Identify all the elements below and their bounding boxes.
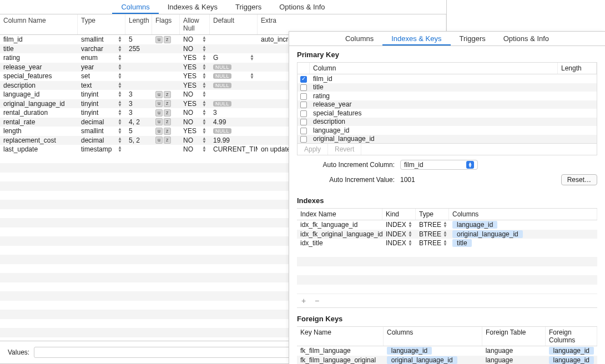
column-length[interactable]: 3 (125, 109, 152, 117)
col-header-flags[interactable]: Flags (152, 14, 180, 34)
column-length[interactable]: 3 (125, 100, 152, 108)
index-type[interactable]: BTREE (416, 230, 449, 238)
col-header-length[interactable]: Length (125, 14, 152, 34)
column-type[interactable]: smallint (78, 36, 125, 43)
column-length[interactable]: 3 (125, 90, 152, 98)
column-type[interactable]: varchar (78, 45, 125, 53)
col-header-name[interactable]: Column Name (0, 14, 78, 34)
index-kind[interactable]: INDEX (382, 239, 416, 247)
column-type[interactable]: tinyint (78, 100, 125, 108)
fk-header-name[interactable]: Key Name (297, 327, 384, 346)
index-row[interactable]: idx_fk_original_language_idINDEXBTREEori… (297, 230, 597, 239)
fk-foreign-columns[interactable]: language_id (546, 356, 597, 364)
column-type[interactable]: decimal (78, 118, 125, 126)
column-length[interactable]: 255 (125, 45, 152, 53)
fk-columns[interactable]: original_language_id (384, 356, 482, 364)
column-default[interactable]: 4.99 (210, 118, 258, 126)
checkbox[interactable] (300, 110, 307, 117)
pk-row[interactable]: description (298, 118, 597, 127)
column-flags[interactable]: uz (152, 100, 180, 107)
pk-row[interactable]: film_id (298, 74, 597, 83)
fk-row[interactable]: fk_film_language_originaloriginal_langua… (297, 356, 597, 365)
column-allownull[interactable]: NO (180, 109, 210, 117)
column-allownull[interactable]: NO (180, 136, 210, 144)
column-flags[interactable]: uz (152, 118, 180, 125)
fk-header-ft[interactable]: Foreign Table (482, 327, 546, 346)
checkbox[interactable] (300, 136, 307, 143)
index-row[interactable]: idx_fk_language_idINDEXBTREElanguage_id (297, 220, 597, 230)
fk-header-cols[interactable]: Columns (384, 327, 482, 346)
checkbox[interactable] (300, 119, 307, 125)
checkbox[interactable] (300, 84, 307, 91)
column-allownull[interactable]: YES (180, 127, 210, 135)
column-allownull[interactable]: YES (180, 54, 210, 62)
column-type[interactable]: enum (78, 54, 125, 62)
col-header-allownull[interactable]: Allow Null (180, 14, 210, 34)
column-type[interactable]: decimal (78, 136, 125, 144)
checkbox[interactable] (300, 76, 307, 83)
column-type[interactable]: year (78, 63, 125, 71)
col-header-default[interactable]: Default (210, 14, 258, 34)
pk-header-column[interactable]: Column (310, 63, 558, 74)
column-allownull[interactable]: NO (180, 118, 210, 126)
tab-columns[interactable]: Columns (336, 32, 382, 46)
index-row[interactable]: idx_titleINDEXBTREEtitle (297, 239, 597, 248)
column-flags[interactable]: uz (152, 128, 180, 135)
column-flags[interactable]: uz (152, 136, 180, 144)
column-type[interactable]: smallint (78, 127, 125, 135)
reset-button[interactable]: Reset… (561, 174, 597, 185)
index-type[interactable]: BTREE (416, 221, 449, 229)
column-allownull[interactable]: YES (180, 82, 210, 89)
column-allownull[interactable]: NO (180, 45, 210, 53)
column-default[interactable]: NULL (210, 73, 258, 79)
column-allownull[interactable]: YES (180, 72, 210, 80)
column-type[interactable]: tinyint (78, 90, 125, 98)
tab-indexes-keys[interactable]: Indexes & Keys (159, 0, 226, 14)
column-length[interactable]: 5 (125, 36, 152, 43)
index-kind[interactable]: INDEX (382, 221, 416, 229)
column-default[interactable]: G (210, 54, 258, 62)
col-header-type[interactable]: Type (78, 14, 125, 34)
column-length[interactable]: 5 (125, 127, 152, 135)
fk-header-fc[interactable]: Foreign Columns (546, 327, 597, 346)
pk-row[interactable]: release_year (298, 100, 597, 109)
autoinc-col-select[interactable]: film_id (400, 160, 478, 170)
column-default[interactable]: CURRENT_TIMESTAMP (210, 145, 258, 153)
fk-foreign-columns[interactable]: language_id (546, 347, 597, 355)
column-type[interactable]: tinyint (78, 109, 125, 117)
idx-header-name[interactable]: Index Name (297, 209, 382, 220)
pk-row[interactable]: title (298, 83, 597, 92)
checkbox[interactable] (300, 93, 307, 100)
column-flags[interactable]: uz (152, 36, 180, 43)
pk-row[interactable]: original_language_id (298, 135, 597, 144)
pk-row[interactable]: rating (298, 92, 597, 100)
column-allownull[interactable]: YES (180, 63, 210, 71)
column-type[interactable]: timestamp (78, 145, 125, 153)
fk-row[interactable]: fk_film_languagelanguage_idlanguagelangu… (297, 346, 597, 356)
column-default[interactable]: NULL (210, 64, 258, 70)
indexes-add-remove[interactable]: + − (297, 294, 597, 307)
column-allownull[interactable]: YES (180, 100, 210, 108)
column-default[interactable]: 3 (210, 109, 258, 117)
column-length[interactable]: 5, 2 (125, 136, 152, 144)
index-columns[interactable]: original_language_id (449, 230, 597, 238)
column-default[interactable]: NULL (210, 101, 258, 107)
pk-row[interactable]: language_id (298, 126, 597, 135)
column-default[interactable]: NULL (210, 128, 258, 134)
tab-columns[interactable]: Columns (112, 0, 158, 14)
column-flags[interactable]: uz (152, 91, 180, 98)
tab-indexes-keys[interactable]: Indexes & Keys (382, 32, 450, 46)
index-columns[interactable]: title (449, 239, 597, 247)
column-default[interactable]: NULL (210, 83, 258, 88)
column-allownull[interactable]: NO (180, 90, 210, 98)
revert-button[interactable]: Revert (328, 144, 361, 155)
tab-triggers[interactable]: Triggers (451, 32, 495, 46)
index-kind[interactable]: INDEX (382, 230, 416, 238)
checkbox[interactable] (300, 128, 307, 134)
idx-header-cols[interactable]: Columns (449, 209, 597, 220)
column-length[interactable]: 4, 2 (125, 118, 152, 126)
index-columns[interactable]: language_id (449, 221, 597, 229)
index-type[interactable]: BTREE (416, 239, 449, 247)
pk-header-length[interactable]: Length (558, 63, 597, 74)
idx-header-kind[interactable]: Kind (382, 209, 416, 220)
